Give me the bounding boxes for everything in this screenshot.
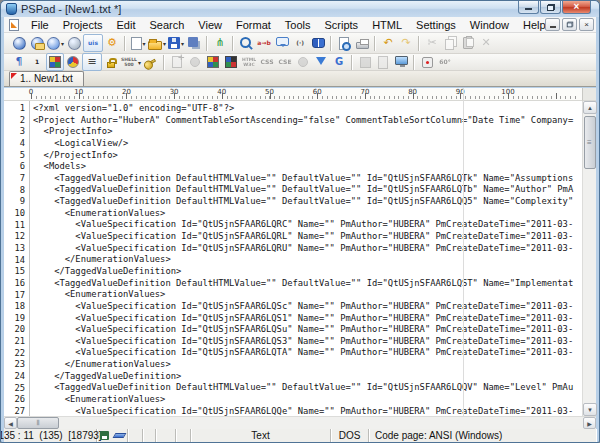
keymap-icon[interactable]: 60° <box>436 53 454 71</box>
dropdown-caret-icon[interactable]: ▾ <box>61 40 64 47</box>
highlight-mode-icon[interactable] <box>46 53 64 71</box>
line-number: 2 <box>4 115 25 127</box>
redo-icon[interactable]: ↷ <box>397 34 415 52</box>
scroll-right-button[interactable]: ▶ <box>583 417 596 429</box>
editor-area[interactable]: 1234567891011121314151617181920212223242… <box>4 101 596 416</box>
shell-highlighter-icon[interactable]: SHELL500▾ <box>120 53 142 71</box>
pin-icon[interactable] <box>142 53 160 71</box>
menu-item-settings[interactable]: Settings <box>409 18 463 32</box>
scroll-left-button[interactable]: ◀ <box>4 417 17 429</box>
maximize-button[interactable] <box>540 1 561 14</box>
browser-preview-icon[interactable] <box>392 53 410 71</box>
html-w3c-check-icon[interactable]: HTMLW3C <box>240 53 258 71</box>
save-all-icon[interactable] <box>185 34 203 52</box>
ruler-mark: 50 <box>265 88 274 96</box>
minimize-icon <box>525 8 532 10</box>
settings-gear-icon[interactable]: ⚙ <box>103 34 121 52</box>
tidy-icon[interactable] <box>312 53 330 71</box>
tab-bar: 1.. New1.txt <box>4 71 596 87</box>
page-tool-icon[interactable] <box>374 53 392 71</box>
project-open-icon[interactable] <box>28 34 46 52</box>
line-number: 1 <box>4 103 25 115</box>
tool-circle2-icon[interactable] <box>294 53 312 71</box>
lock-icon[interactable] <box>102 53 120 71</box>
copy-icon[interactable] <box>441 34 459 52</box>
vertical-scrollbar[interactable]: ▲ ▼ <box>582 101 596 416</box>
project-recent-icon[interactable]: ▾ <box>46 34 65 52</box>
search-icon[interactable] <box>237 34 255 52</box>
code-line: <ValueSpecification Id="QtUSjnSFAAR6LQQe… <box>33 406 581 416</box>
macro-record-icon[interactable] <box>418 53 436 71</box>
print-preview-icon[interactable] <box>335 34 353 52</box>
toolbar-separator <box>124 36 126 51</box>
tab-label: 1.. New1.txt <box>20 73 73 84</box>
uis-icon[interactable]: uis <box>83 34 103 52</box>
new-file-icon[interactable]: ▾ <box>129 34 147 52</box>
code-explorer-icon[interactable]: ⋔ <box>211 34 229 52</box>
code-text[interactable]: <?xml version="1.0" encoding="UTF-8"?><P… <box>33 101 581 416</box>
dropdown-caret-icon[interactable]: ▾ <box>143 40 146 47</box>
google-icon[interactable]: G <box>330 53 348 71</box>
special-chars-icon[interactable]: ≡ <box>82 53 102 71</box>
bookmark-icon[interactable] <box>309 34 327 52</box>
scroll-down-button[interactable]: ▼ <box>583 403 597 416</box>
project-save-icon[interactable] <box>65 34 83 52</box>
dropdown-caret-icon[interactable]: ▾ <box>163 40 166 47</box>
dropdown-caret-icon[interactable]: ▾ <box>181 40 184 47</box>
vertical-scroll-thumb[interactable] <box>584 116 596 169</box>
save-file-icon[interactable]: ▾ <box>167 34 185 52</box>
mdi-restore-button[interactable] <box>562 18 577 31</box>
reformat-icon[interactable]: ¶ <box>10 53 28 71</box>
menu-item-format[interactable]: Format <box>229 18 278 32</box>
new-from-template-icon[interactable] <box>168 53 186 71</box>
tab-new1[interactable]: 1.. New1.txt <box>9 71 84 86</box>
html-editor-icon[interactable] <box>222 53 240 71</box>
menu-item-window[interactable]: Window <box>463 18 516 32</box>
saved-state-icon <box>100 431 109 440</box>
find-replace-icon[interactable]: a→b <box>255 34 273 52</box>
window-frame <box>1 440 599 442</box>
close-button[interactable]: × <box>562 1 591 14</box>
paste-icon[interactable] <box>459 34 477 52</box>
toolbar-separator <box>413 55 415 70</box>
minimize-button[interactable] <box>518 1 539 14</box>
menu-item-view[interactable]: View <box>191 18 229 32</box>
color-palette-icon[interactable] <box>64 53 82 71</box>
menu-item-edit[interactable]: Edit <box>109 18 142 32</box>
print-icon[interactable] <box>353 34 371 52</box>
tool-circle-icon[interactable] <box>186 53 204 71</box>
scroll-up-button[interactable]: ▲ <box>583 101 597 114</box>
menu-item-projects[interactable]: Projects <box>56 18 110 32</box>
code-line: <ProjectInfo> <box>33 126 581 138</box>
code-line: <EnumerationValues> <box>33 394 581 406</box>
goto-line-icon[interactable]: (·) <box>291 34 309 52</box>
open-file-icon[interactable]: ▾ <box>147 34 167 52</box>
line-number: 15 <box>4 266 25 278</box>
topstyle-icon[interactable] <box>204 53 222 71</box>
undo-icon[interactable]: ↶ <box>379 34 397 52</box>
menu-item-html[interactable]: HTML <box>365 18 409 32</box>
delete-icon[interactable]: ✕ <box>477 34 495 52</box>
document-menu-icon[interactable] <box>9 19 19 31</box>
code-line: <TaggedValueDefinition DefaultHTMLValue=… <box>33 184 581 196</box>
project-icon[interactable] <box>10 34 28 52</box>
horizontal-scroll-thumb[interactable] <box>17 417 59 429</box>
menu-item-tools[interactable]: Tools <box>278 18 318 32</box>
mdi-close-button[interactable]: × <box>579 18 594 31</box>
line-numbers-icon[interactable]: 1 <box>28 53 46 71</box>
mdi-minimize-button[interactable] <box>545 18 560 31</box>
search-in-files-icon[interactable] <box>273 34 291 52</box>
css-check-icon[interactable]: CSS <box>258 53 276 71</box>
panel-icon[interactable] <box>356 53 374 71</box>
cut-icon[interactable]: ✂ <box>423 34 441 52</box>
title-bar[interactable]: PSPad - [New1.txt *] × <box>1 1 599 17</box>
line-number: 10 <box>4 208 25 220</box>
dropdown-caret-icon[interactable]: ▾ <box>138 59 141 66</box>
cse-check-icon[interactable]: CSE <box>276 53 294 71</box>
code-line: <ValueSpecification Id="QtUSjnSFAAR6LQRL… <box>33 231 581 243</box>
horizontal-scrollbar[interactable]: ◀ ▶ <box>4 416 596 429</box>
menu-item-scripts[interactable]: Scripts <box>318 18 366 32</box>
menu-item-file[interactable]: File <box>24 18 56 32</box>
menu-item-search[interactable]: Search <box>142 18 191 32</box>
line-number: 9 <box>4 196 25 208</box>
